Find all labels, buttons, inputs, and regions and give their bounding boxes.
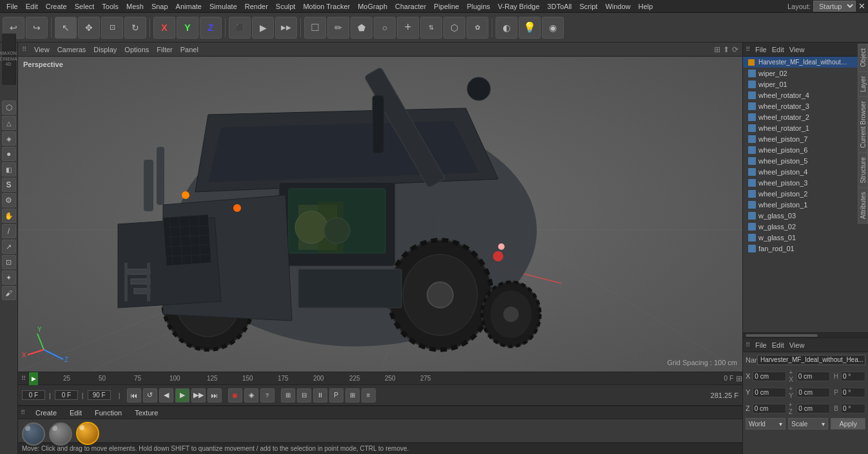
material-top-sphere[interactable]: [76, 422, 99, 445]
menu-create[interactable]: Create: [42, 0, 71, 13]
obj-root-item[interactable]: Harvester_MF_Ideal_without_He...: [743, 57, 868, 68]
mat-menu-create[interactable]: Create: [33, 406, 59, 419]
play-button[interactable]: ▶: [175, 388, 189, 402]
render-all-button[interactable]: ▶▶: [275, 17, 297, 39]
obj-item-wr2[interactable]: wheel_rotator_2: [743, 111, 868, 122]
tl-extra5[interactable]: ⊞: [345, 388, 360, 402]
scale-dropdown[interactable]: Scale ▾: [788, 418, 828, 430]
menu-character[interactable]: Character: [391, 0, 430, 13]
menu-help[interactable]: Help: [635, 0, 657, 13]
menu-3dtoall[interactable]: 3DToAll: [543, 0, 575, 13]
playhead-indicator[interactable]: ▶: [29, 372, 38, 385]
obj-item-wg2[interactable]: w_glass_02: [743, 221, 868, 232]
record-button[interactable]: ⏺: [228, 388, 242, 402]
menu-render[interactable]: Render: [241, 0, 272, 13]
goto-end-button[interactable]: ⏭: [207, 388, 222, 402]
tl-expand-icon[interactable]: ⊞: [736, 374, 742, 383]
attr-z-size-input[interactable]: [796, 404, 830, 413]
obj-item-wiper01[interactable]: wiper_01: [743, 79, 868, 90]
polygon-mode-button[interactable]: △: [2, 116, 16, 130]
end-frame-box[interactable]: 90 F: [88, 390, 111, 400]
sym-button[interactable]: ⇅: [420, 17, 442, 39]
attr-h-input[interactable]: [841, 372, 865, 381]
obj-scrollbar-thumb[interactable]: [746, 334, 818, 337]
attr-y-size-input[interactable]: [796, 388, 830, 397]
tab-attributes[interactable]: Attributes: [858, 187, 868, 223]
vp-menu-cameras[interactable]: Cameras: [57, 46, 86, 53]
z-axis-button[interactable]: Z: [200, 17, 222, 39]
attr-name-value[interactable]: Harvester_MF_Ideal_without_Hea...: [757, 355, 865, 365]
attr-x-pos-input[interactable]: [753, 372, 786, 381]
menu-sculpt[interactable]: Sculpt: [272, 0, 300, 13]
viewport[interactable]: Z Y X Perspective Grid Spacing : 100 cm: [18, 57, 742, 372]
tl-extra3[interactable]: ⏸: [313, 388, 327, 402]
mat-menu-edit[interactable]: Edit: [67, 406, 84, 419]
menu-mograph[interactable]: MoGraph: [354, 0, 391, 13]
snap-button[interactable]: S: [2, 178, 16, 192]
hex-button[interactable]: ⬡: [443, 17, 465, 39]
edge-mode-button[interactable]: ◈: [2, 131, 16, 146]
obj-item-wp6[interactable]: wheel_piston_6: [743, 144, 868, 155]
menu-snap[interactable]: Snap: [148, 0, 172, 13]
knife-button[interactable]: /: [2, 224, 16, 238]
vp-menu-options[interactable]: Options: [124, 46, 149, 53]
menu-mesh[interactable]: Mesh: [122, 0, 148, 13]
attr-y-pos-input[interactable]: [753, 388, 786, 397]
obj-item-fanrod[interactable]: fan_rod_01: [743, 243, 868, 254]
obj-item-wr1[interactable]: wheel_rotator_1: [743, 122, 868, 133]
step-back-button[interactable]: ↺: [143, 388, 157, 402]
x-axis-button[interactable]: X: [153, 17, 175, 39]
menu-file[interactable]: File: [3, 0, 22, 13]
pen-button[interactable]: ✏: [327, 17, 349, 39]
obj-item-wr4[interactable]: wheel_rotator_4: [743, 90, 868, 100]
goto-start-button[interactable]: ⏮: [127, 388, 141, 402]
vp-up-icon[interactable]: ⬆: [723, 45, 729, 54]
menu-edit[interactable]: Edit: [22, 0, 42, 13]
material-insides-sphere[interactable]: [49, 422, 72, 446]
render-frame-button[interactable]: ▶: [252, 17, 274, 39]
tab-object[interactable]: Object: [858, 44, 868, 71]
tl-extra2[interactable]: ⊟: [297, 388, 311, 402]
current-frame2-box[interactable]: 0 F: [55, 390, 78, 400]
light-button[interactable]: 💡: [519, 17, 541, 39]
tab-structure[interactable]: Structure: [858, 153, 868, 188]
effector-button[interactable]: ✿: [467, 17, 488, 39]
object-mode-button[interactable]: ⬡: [2, 100, 16, 115]
obj-item-wr3[interactable]: wheel_rotator_3: [743, 100, 868, 111]
uv-mode-button[interactable]: ◧: [2, 162, 16, 176]
menu-window[interactable]: Window: [601, 0, 634, 13]
menu-animate[interactable]: Animate: [172, 0, 206, 13]
obj-item-wp3[interactable]: wheel_piston_3: [743, 177, 868, 188]
y-axis-button[interactable]: Y: [177, 17, 198, 39]
obj-item-wiper02[interactable]: wiper_02: [743, 68, 868, 79]
vp-rotate-icon[interactable]: ⟳: [732, 45, 738, 54]
vp-expand-icon[interactable]: ⊞: [714, 45, 720, 54]
obj-item-wg1[interactable]: w_glass_01: [743, 232, 868, 243]
timeline-ruler[interactable]: ⠿ 0 F 25 50 75 100 125 150 175 200 225 2…: [18, 372, 742, 385]
tab-current-browser[interactable]: Current Browser: [858, 97, 868, 153]
obj-item-wp1[interactable]: wheel_piston_1: [743, 199, 868, 210]
keyframe-button[interactable]: ?: [260, 388, 275, 402]
world-dropdown[interactable]: World ▾: [746, 418, 786, 430]
material-button[interactable]: ◐: [496, 17, 517, 39]
menu-vray-bridge[interactable]: V-Ray Bridge: [494, 0, 544, 13]
scale-tool-button[interactable]: ⊡: [101, 17, 123, 39]
prev-frame-button[interactable]: ◀: [159, 388, 173, 402]
tl-extra4[interactable]: P: [329, 388, 343, 402]
obj-item-wp7[interactable]: wheel_piston_7: [743, 133, 868, 144]
obj-item-wp4[interactable]: wheel_piston_4: [743, 166, 868, 177]
attr-p-input[interactable]: [841, 388, 865, 397]
paint-button[interactable]: 🖌: [2, 286, 16, 300]
extrude-button[interactable]: ↗: [2, 240, 16, 254]
obj-item-wp2[interactable]: wheel_piston_2: [743, 188, 868, 199]
select-tool-button[interactable]: ↖: [55, 17, 77, 39]
attr-menu-edit[interactable]: Edit: [772, 341, 784, 349]
attr-x-size-input[interactable]: [796, 372, 830, 381]
menu-plugins[interactable]: Plugins: [463, 0, 494, 13]
close-icon[interactable]: ✕: [858, 1, 865, 11]
apply-button[interactable]: Apply: [831, 418, 865, 430]
sculpt-button[interactable]: ✦: [2, 270, 16, 285]
tl-extra6[interactable]: ≡: [362, 388, 376, 402]
menu-simulate[interactable]: Simulate: [206, 0, 241, 13]
transform-button[interactable]: ✋: [2, 209, 16, 223]
